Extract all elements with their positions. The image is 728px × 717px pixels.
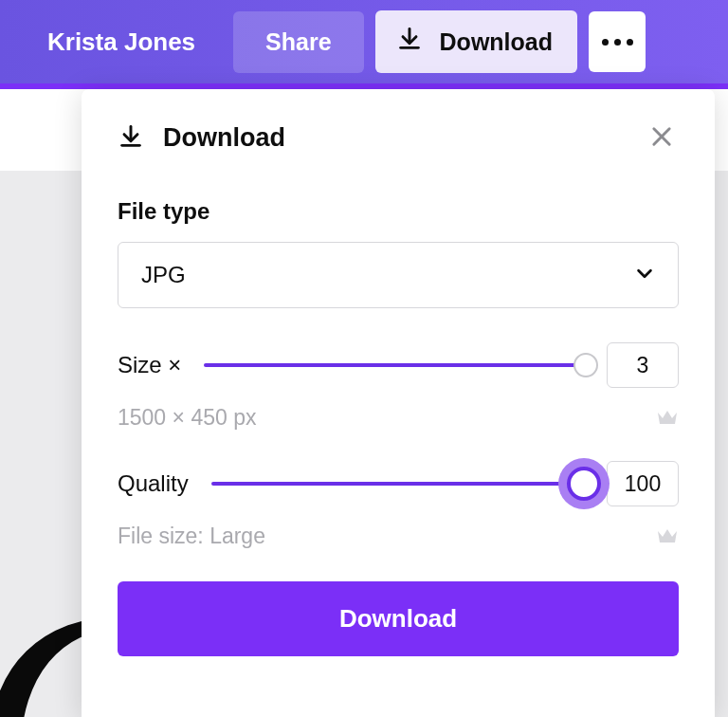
crown-icon xyxy=(656,525,679,548)
quality-sub-row: File size: Large xyxy=(118,524,679,549)
more-icon xyxy=(602,39,633,46)
crown-icon xyxy=(656,407,679,430)
close-icon xyxy=(648,123,675,150)
more-button[interactable] xyxy=(589,11,646,72)
size-sub-row: 1500 × 450 px xyxy=(118,405,679,431)
download-top-button[interactable]: Download xyxy=(375,10,577,73)
size-slider[interactable] xyxy=(204,350,584,380)
size-label: Size × xyxy=(118,352,181,378)
size-input[interactable]: 3 xyxy=(607,342,679,388)
download-icon xyxy=(118,123,144,154)
top-bar: Krista Jones Share Download xyxy=(0,0,728,83)
download-top-label: Download xyxy=(440,28,553,56)
download-panel: Download File type JPG Size × 3 1500 × 4… xyxy=(82,89,715,717)
quality-row: Quality 100 xyxy=(118,461,679,506)
panel-title: Download xyxy=(163,123,285,153)
download-icon xyxy=(396,26,423,58)
file-type-label: File type xyxy=(118,198,679,225)
share-button[interactable]: Share xyxy=(233,11,363,73)
size-row: Size × 3 xyxy=(118,342,679,388)
panel-header: Download xyxy=(118,120,679,156)
user-name: Krista Jones xyxy=(47,28,195,57)
file-size-text: File size: Large xyxy=(118,524,265,549)
slider-thumb[interactable] xyxy=(573,353,598,377)
slider-thumb[interactable] xyxy=(558,458,610,509)
close-button[interactable] xyxy=(645,120,679,156)
quality-slider[interactable] xyxy=(211,469,584,499)
quality-input[interactable]: 100 xyxy=(607,461,679,506)
download-button[interactable]: Download xyxy=(118,581,679,656)
file-type-value: JPG xyxy=(141,262,186,288)
size-dimensions: 1500 × 450 px xyxy=(118,405,256,431)
file-type-select[interactable]: JPG xyxy=(118,242,679,308)
quality-label: Quality xyxy=(118,470,189,497)
chevron-down-icon xyxy=(634,263,655,287)
